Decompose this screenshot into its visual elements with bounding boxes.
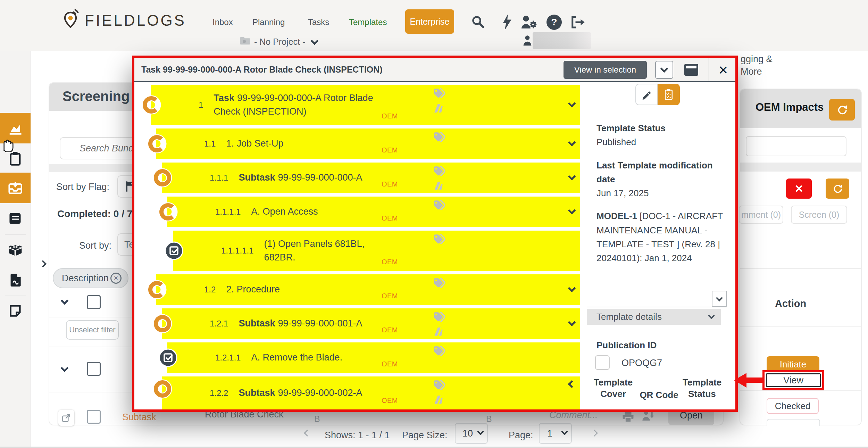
- template-details-dropdown[interactable]: Template details: [587, 309, 721, 325]
- publication-id-checkbox[interactable]: [595, 355, 610, 370]
- chevron-down-icon[interactable]: [568, 173, 576, 181]
- checked-status-button[interactable]: Checked: [767, 398, 819, 414]
- nav-planning[interactable]: Planning: [252, 15, 285, 29]
- revision-select[interactable]: [587, 291, 727, 307]
- enterprise-button[interactable]: Enterprise: [405, 9, 454, 34]
- sidebar-item-pdf[interactable]: [0, 265, 31, 296]
- filter-chip-description[interactable]: Description ×: [53, 268, 128, 288]
- tags-icon[interactable]: [433, 199, 445, 213]
- chevron-left-icon[interactable]: [568, 380, 576, 388]
- divider: [49, 392, 133, 392]
- tags-icon[interactable]: [433, 88, 445, 101]
- project-chevron-down-icon[interactable]: [311, 37, 319, 45]
- oem-impacts-title: OEM Impacts: [756, 101, 824, 114]
- tree-row-step[interactable]: 1.1.1.1 A. Open Access OEM: [167, 197, 580, 227]
- chevron-down-icon[interactable]: [568, 207, 576, 215]
- tags-icon[interactable]: [433, 379, 445, 392]
- printer-icon[interactable]: [621, 411, 635, 424]
- comment-count-button[interactable]: mment (0): [739, 206, 783, 224]
- next-page-chevron-right-icon[interactable]: [591, 430, 598, 437]
- row-number: 1: [199, 100, 203, 110]
- tree-row-instruction[interactable]: 1.1.1.1.1 (1) Open Panels 681BL, 682BR. …: [173, 231, 580, 271]
- oem-filter-input[interactable]: [746, 136, 846, 156]
- oem-label: OEM: [382, 397, 398, 405]
- edit-pencil-button[interactable]: [635, 84, 658, 105]
- page-size-label: Page Size:: [402, 430, 448, 441]
- section-divider: [740, 163, 861, 172]
- tree-row-section[interactable]: 1.2 2. Procedure OEM: [156, 274, 580, 305]
- open-ring-icon: [147, 280, 167, 300]
- prev-page-chevron-left-icon[interactable]: [304, 430, 311, 437]
- nav-templates[interactable]: Templates: [349, 15, 387, 29]
- view-button[interactable]: View: [766, 373, 821, 387]
- window-panel-icon[interactable]: [684, 64, 698, 76]
- sidebar-item-notes[interactable]: [0, 296, 31, 326]
- nav-inbox[interactable]: Inbox: [212, 15, 233, 29]
- chevron-down-icon[interactable]: [568, 100, 576, 108]
- tags-icon[interactable]: [433, 345, 445, 358]
- chevron-down-icon[interactable]: [568, 139, 576, 147]
- tags-icon[interactable]: [433, 277, 445, 290]
- row-checkbox[interactable]: [87, 410, 101, 424]
- panel-expand-chevron-right-icon[interactable]: [39, 260, 47, 267]
- remove-filter-icon[interactable]: ×: [110, 273, 122, 284]
- oem-card-header: OEM Impacts: [740, 89, 861, 128]
- tree-row-subtask[interactable]: 1.2.2 Subtask99-99-99-000-002-A OEM: [162, 376, 580, 409]
- clear-button[interactable]: ×: [786, 179, 812, 199]
- tree-row-instruction[interactable]: 1.2.1.1 A. Remove the Blade. OEM: [167, 342, 580, 373]
- tags-icon[interactable]: [433, 165, 445, 179]
- tree-row-subtask[interactable]: 1.2.1 Subtask99-99-99-000-001-A OEM: [162, 308, 580, 339]
- tags-icon[interactable]: [433, 233, 445, 247]
- oem-label: OEM: [382, 258, 398, 266]
- page-select[interactable]: 1: [539, 423, 572, 444]
- sidebar-item-packages[interactable]: [0, 235, 31, 266]
- row-number: 1.2: [204, 285, 216, 294]
- close-icon[interactable]: ×: [712, 58, 734, 81]
- help-icon[interactable]: ?: [546, 15, 562, 30]
- page-size-value: 10: [462, 428, 473, 439]
- chevron-down-icon[interactable]: [568, 318, 576, 326]
- search-icon[interactable]: [471, 15, 486, 31]
- project-folder-icon: [239, 35, 251, 47]
- row-checkbox[interactable]: [87, 362, 101, 376]
- tree-row-section[interactable]: 1.1 1. Job Set-Up OEM: [156, 128, 580, 159]
- nav-tasks[interactable]: Tasks: [308, 15, 329, 29]
- refresh-button[interactable]: [829, 99, 855, 121]
- model-name: MODEL-1: [596, 211, 637, 221]
- checklist-button[interactable]: [658, 84, 680, 105]
- unselect-filter-button[interactable]: Unselect filter: [66, 320, 119, 340]
- tags-icon[interactable]: [433, 131, 445, 144]
- select-chevron-down-icon: [561, 428, 568, 435]
- select-all-checkbox[interactable]: [87, 295, 101, 309]
- open-ring-icon: [147, 134, 167, 154]
- open-in-new-button[interactable]: [58, 410, 74, 426]
- page-size-select[interactable]: 10: [455, 423, 488, 444]
- assign-user-icon[interactable]: [642, 410, 655, 424]
- expand-chevron-down-button[interactable]: [655, 61, 673, 79]
- row-title: (1) Open Panels 681BL, 682BR.: [264, 237, 385, 264]
- select-chevron-down-button[interactable]: [712, 291, 727, 307]
- user-settings-icon[interactable]: [520, 15, 538, 31]
- external-link-icon: [61, 413, 71, 423]
- user-avatar-icon: [523, 35, 532, 48]
- truncated-tab-label: gging & More: [741, 53, 773, 78]
- view-in-selection-button[interactable]: View in selection: [564, 61, 647, 79]
- chevron-down-icon[interactable]: [568, 284, 576, 292]
- row-number: 1.2.2: [210, 388, 228, 398]
- logout-icon[interactable]: [570, 15, 586, 31]
- sidebar-item-bundles[interactable]: [0, 173, 31, 203]
- tree-row-task[interactable]: 1 Task99-99-99-000-000-A Rotor Blade Che…: [151, 85, 580, 125]
- screen-count-button[interactable]: Screen (0): [791, 206, 847, 224]
- modal-header: Task 99-99-99-000-000-A Rotor Blade Chec…: [134, 58, 735, 82]
- project-selector-label[interactable]: - No Project -: [254, 37, 305, 47]
- tree-row-subtask[interactable]: 1.1.1 Subtask99-99-99-000-000-A OEM: [162, 163, 580, 193]
- chevron-down-icon: [660, 65, 668, 73]
- pdf-file-icon: [9, 273, 22, 288]
- refresh-button[interactable]: [826, 179, 849, 199]
- tags-icon[interactable]: [433, 311, 445, 324]
- sidebar-item-manuals[interactable]: [0, 203, 31, 234]
- oem-label: OEM: [382, 112, 398, 120]
- book-icon: [8, 212, 23, 225]
- inbox-tray-icon: [8, 181, 23, 195]
- lightning-icon[interactable]: [500, 14, 514, 32]
